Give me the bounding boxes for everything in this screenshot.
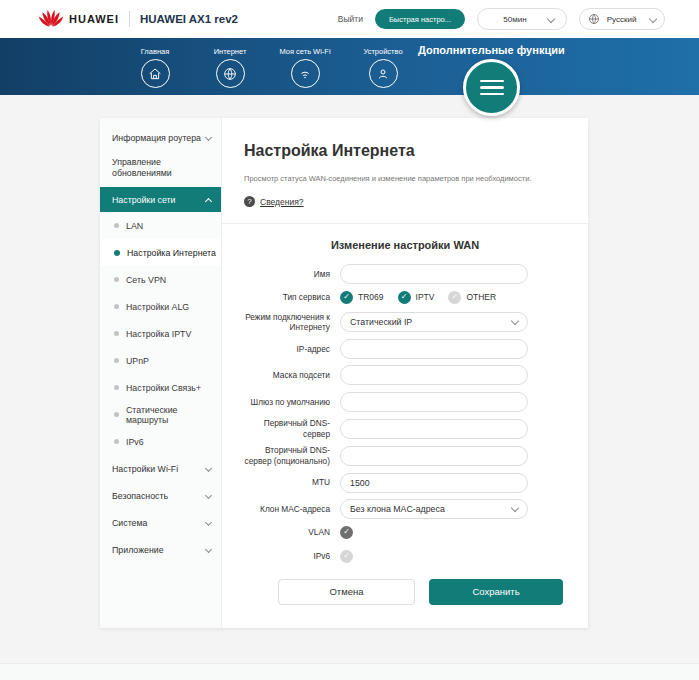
bullet-icon	[114, 439, 119, 444]
mac-clone-label: Клон MAC-адреса	[244, 504, 340, 514]
globe-icon	[588, 13, 600, 25]
form-row-dns2: Вторичный DNS-сервер (опционально)	[244, 445, 566, 466]
checkbox-checked-icon[interactable]	[398, 291, 411, 304]
nav-item-internet[interactable]: Интернет	[192, 47, 268, 88]
device-icon	[369, 59, 398, 88]
bullet-icon	[114, 358, 119, 363]
brand-area: HUAWEI HUAWEI AX1 rev2	[38, 10, 238, 29]
sidebar-item-ipv6[interactable]: IPv6	[100, 428, 221, 455]
checkbox-checked-icon[interactable]	[340, 291, 353, 304]
form-row-dns1: Первичный DNS-сервер	[244, 418, 566, 439]
chevron-up-icon	[205, 197, 212, 204]
service-type-label: Тип сервиса	[244, 292, 340, 302]
service-option-iptv: IPTV	[398, 291, 435, 304]
ip-address-input[interactable]	[340, 339, 528, 359]
form-row-mask: Маска подсети	[244, 365, 566, 385]
ipv6-checkbox-disabled-icon[interactable]	[340, 550, 353, 563]
connection-mode-label: Режим подключения к Интернету	[244, 312, 340, 333]
form-buttons: Отмена Сохранить	[278, 579, 566, 605]
form-row-gateway: Шлюз по умолчанию	[244, 392, 566, 412]
vlan-checkbox-checked-icon[interactable]	[340, 526, 353, 539]
gateway-label: Шлюз по умолчанию	[244, 397, 340, 407]
sidebar-section-router-info[interactable]: Информация роутера	[100, 124, 221, 151]
brand-divider	[129, 11, 130, 27]
sidebar-item-internet-settings[interactable]: Настройка Интернета	[100, 239, 221, 266]
wifi-icon	[291, 59, 320, 88]
chevron-down-icon	[547, 15, 555, 23]
primary-dns-input[interactable]	[340, 419, 528, 439]
hamburger-menu-button[interactable]	[463, 59, 520, 116]
chevron-down-icon	[205, 519, 212, 526]
nav-item-home[interactable]: Главная	[117, 47, 193, 88]
language-select[interactable]: Русский	[579, 8, 665, 30]
huawei-logo-icon	[38, 10, 64, 29]
form-row-connection-mode: Режим подключения к Интернету Статически…	[244, 312, 566, 333]
save-button[interactable]: Сохранить	[429, 579, 563, 605]
nav-label-device: Устройство	[345, 47, 421, 56]
chevron-down-icon	[205, 465, 212, 472]
gateway-input[interactable]	[340, 392, 528, 412]
session-timeout-value: 50мин	[503, 15, 526, 24]
sidebar-item-alg[interactable]: Настройки ALG	[100, 293, 221, 320]
nav-label-home: Главная	[117, 47, 193, 56]
bullet-icon	[114, 385, 119, 390]
sidebar-item-vpn[interactable]: Сеть VPN	[100, 266, 221, 293]
ip-address-label: IP-адрес	[244, 344, 340, 354]
chevron-down-icon	[205, 492, 212, 499]
bullet-icon	[114, 412, 119, 417]
mtu-input[interactable]	[340, 473, 528, 493]
primary-dns-label: Первичный DNS-сервер	[244, 418, 340, 439]
name-input[interactable]	[340, 264, 528, 284]
question-icon: ?	[244, 196, 255, 207]
section-divider	[222, 223, 588, 224]
subnet-mask-input[interactable]	[340, 365, 528, 385]
content-card: Информация роутера Управление обновления…	[100, 118, 588, 628]
form-row-ip: IP-адрес	[244, 339, 566, 359]
connection-mode-select[interactable]: Статический IP	[340, 312, 528, 332]
service-option-tr069: TR069	[340, 291, 384, 304]
cancel-button[interactable]: Отмена	[278, 579, 415, 605]
sidebar: Информация роутера Управление обновления…	[100, 118, 222, 628]
details-link[interactable]: ? Сведения?	[244, 196, 566, 207]
session-timeout-select[interactable]: 50мин	[477, 8, 567, 30]
form-row-vlan: VLAN	[244, 526, 566, 539]
ipv6-label: IPv6	[244, 551, 340, 561]
quick-setup-button[interactable]: Быстрая настро...	[375, 9, 465, 29]
form-row-mac-clone: Клон MAC-адреса Без клона MAC-адреса	[244, 499, 566, 519]
checkbox-disabled-icon[interactable]	[448, 291, 461, 304]
sidebar-section-update-management[interactable]: Управление обновлениями	[100, 151, 221, 185]
sidebar-item-static-routes[interactable]: Статические маршруты	[100, 401, 221, 428]
sidebar-item-link-plus[interactable]: Настройки Связь+	[100, 374, 221, 401]
chevron-down-icon	[511, 504, 519, 512]
sidebar-section-system[interactable]: Система	[100, 509, 221, 536]
page-description: Просмотр статуса WAN-соединения и измене…	[244, 174, 566, 183]
language-value: Русский	[607, 15, 637, 24]
bullet-icon	[114, 250, 120, 256]
sidebar-section-network-settings[interactable]: Настройки сети	[100, 187, 221, 212]
sidebar-item-upnp[interactable]: UPnP	[100, 347, 221, 374]
secondary-dns-input[interactable]	[340, 446, 528, 466]
nav-item-device[interactable]: Устройство	[345, 47, 421, 88]
device-model-title: HUAWEI AX1 rev2	[140, 13, 238, 25]
sidebar-section-security[interactable]: Безопасность	[100, 482, 221, 509]
sidebar-section-wifi-settings[interactable]: Настройки Wi-Fi	[100, 455, 221, 482]
logout-link[interactable]: Выйти	[338, 14, 363, 24]
nav-item-wifi[interactable]: Моя сеть Wi-Fi	[267, 47, 343, 88]
page-footer-band	[0, 663, 699, 680]
form-row-service-type: Тип сервиса TR069 IPTV OTHER	[244, 291, 566, 304]
hamburger-icon	[480, 80, 504, 83]
mac-clone-select[interactable]: Без клона MAC-адреса	[340, 499, 528, 519]
top-bar: HUAWEI HUAWEI AX1 rev2 Выйти Быстрая нас…	[0, 0, 699, 38]
subnet-mask-label: Маска подсети	[244, 370, 340, 380]
chevron-down-icon	[649, 15, 657, 23]
sidebar-item-iptv[interactable]: Настройка IPTV	[100, 320, 221, 347]
home-icon	[141, 59, 170, 88]
sidebar-section-application[interactable]: Приложение	[100, 536, 221, 563]
chevron-down-icon	[205, 546, 212, 553]
sidebar-item-lan[interactable]: LAN	[100, 212, 221, 239]
form-row-ipv6: IPv6	[244, 550, 566, 563]
main-pane: Настройка Интернета Просмотр статуса WAN…	[222, 118, 588, 628]
nav-item-advanced-functions[interactable]: Дополнительные функции	[418, 44, 565, 56]
page-title: Настройка Интернета	[244, 142, 566, 160]
chevron-down-icon	[205, 134, 212, 141]
